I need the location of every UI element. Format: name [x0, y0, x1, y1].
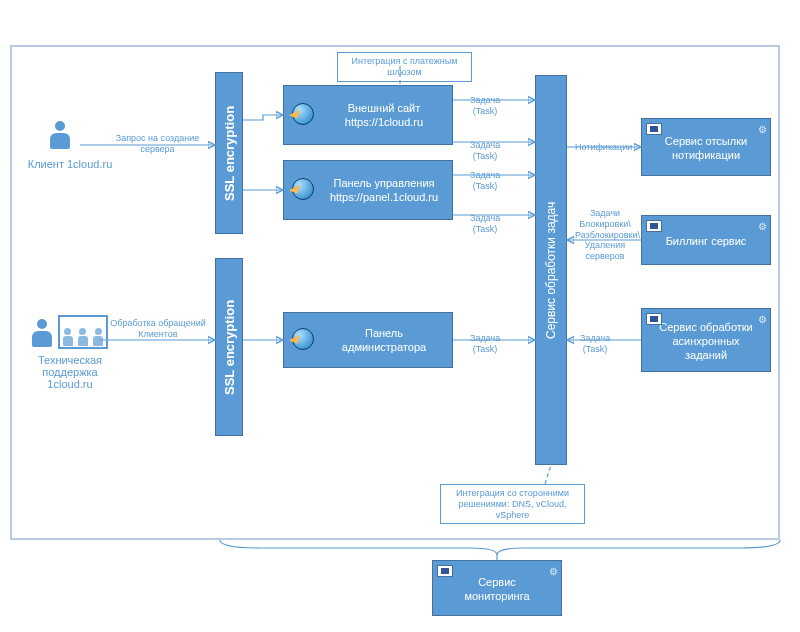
async-service-line2: асинхронных [672, 334, 739, 348]
task-label-1: Задача (Task) [470, 95, 500, 117]
panel-node: Панель управления https://panel.1cloud.r… [283, 160, 453, 220]
ext-solutions-callout: Интеграция со сторонними решениями: DNS,… [440, 484, 585, 524]
pin-icon: ⚙ [758, 220, 766, 228]
notification-service-line1: Сервис отсылки [665, 134, 747, 148]
task-label-5: Задача (Task) [470, 333, 500, 355]
panel-title: Панель управления [322, 176, 446, 190]
billing-edge-label: Задачи Блокировки\ Разблокировки\ Удален… [575, 208, 635, 262]
globe-icon [292, 103, 314, 125]
component-icon [646, 220, 662, 232]
monitoring-service-line1: Сервис [478, 575, 516, 589]
billing-service-label: Биллинг сервис [666, 234, 747, 248]
ssl-encryption-bottom: SSL encryption [215, 258, 243, 436]
monitoring-service-node: ⚙ Сервис мониторинга [432, 560, 562, 616]
task-label-2: Задача (Task) [470, 140, 500, 162]
billing-service-node: ⚙ Биллинг сервис [641, 215, 771, 265]
external-site-node: Внешний сайт https://1cloud.ru [283, 85, 453, 145]
ssl-encryption-top: SSL encryption [215, 72, 243, 234]
notification-edge-label: Нотификации [575, 142, 632, 153]
globe-icon [292, 328, 314, 350]
component-icon [646, 123, 662, 135]
support-request-label: Обработка обращений Клиентов [108, 318, 208, 340]
component-icon [437, 565, 453, 577]
admin-panel-title2: администратора [322, 340, 446, 354]
notification-service-line2: нотификации [672, 148, 740, 162]
client-actor-icon [48, 121, 72, 151]
pin-icon: ⚙ [549, 565, 557, 573]
task-processing-service: Сервис обработки задач [535, 75, 567, 465]
panel-url: https://panel.1cloud.ru [322, 190, 446, 204]
external-site-url: https://1cloud.ru [322, 115, 446, 129]
pin-icon: ⚙ [758, 123, 766, 131]
pin-icon: ⚙ [758, 313, 766, 321]
client-request-label: Запрос на создание сервера [110, 133, 205, 155]
support-actor-label: Техническая поддержка 1cloud.ru [10, 354, 130, 390]
async-service-line1: Сервис обработки [659, 320, 753, 334]
monitoring-service-line2: мониторинга [464, 589, 529, 603]
admin-panel-node: Панель администратора [283, 312, 453, 368]
component-icon [646, 313, 662, 325]
client-actor-label: Клиент 1cloud.ru [25, 158, 115, 170]
payment-integration-callout: Интеграция с платежным шлюзом [337, 52, 472, 82]
task-label-3: Задача (Task) [470, 170, 500, 192]
async-edge-label: Задача (Task) [580, 333, 610, 355]
async-service-node: ⚙ Сервис обработки асинхронных заданий [641, 308, 771, 372]
external-site-title: Внешний сайт [322, 101, 446, 115]
support-actor-icon [30, 315, 108, 349]
task-label-4: Задача (Task) [470, 213, 500, 235]
async-service-line3: заданий [685, 348, 727, 362]
admin-panel-title1: Панель [322, 326, 446, 340]
notification-service-node: ⚙ Сервис отсылки нотификации [641, 118, 771, 176]
globe-icon [292, 178, 314, 200]
